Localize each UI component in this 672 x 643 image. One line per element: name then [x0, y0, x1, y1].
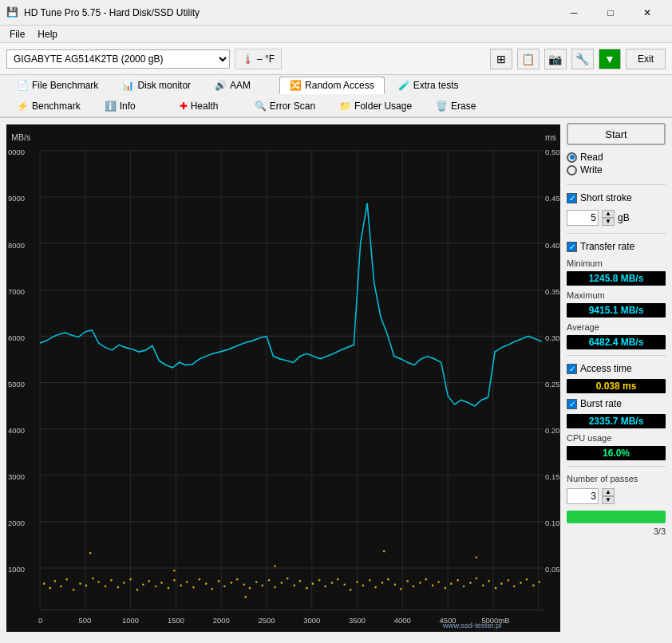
spinner-down-button[interactable]: ▼	[602, 218, 615, 226]
passes-down-button[interactable]: ▼	[602, 496, 615, 504]
svg-point-58	[49, 587, 51, 590]
svg-point-95	[281, 582, 283, 584]
access-time-row: ✓ Access time	[567, 363, 666, 374]
tab-extra-tests[interactable]: 🧪 Extra tests	[388, 77, 469, 94]
svg-point-125	[469, 582, 472, 584]
tab-error-scan[interactable]: 🔍 Error Scan	[244, 97, 326, 115]
svg-point-91	[255, 581, 258, 583]
short-stroke-checkbox[interactable]: ✓	[567, 193, 577, 203]
svg-point-116	[413, 586, 415, 588]
access-time-label: Access time	[580, 363, 632, 374]
svg-point-108	[362, 585, 365, 587]
svg-point-76	[160, 582, 163, 584]
passes-input[interactable]	[567, 488, 599, 504]
passes-up-button[interactable]: ▲	[602, 488, 615, 496]
toolbar-btn-1[interactable]: ⊞	[490, 49, 512, 69]
spinner-up-button[interactable]: ▲	[602, 210, 615, 218]
read-label: Read	[580, 152, 603, 163]
svg-point-135	[532, 585, 535, 587]
svg-point-85	[218, 580, 220, 582]
svg-point-80	[186, 581, 188, 583]
tab-disk-monitor[interactable]: 📊 Disk monitor	[112, 77, 201, 94]
passes-spinner-row: ▲ ▼	[567, 488, 666, 504]
health-icon: ✚	[180, 101, 188, 112]
svg-point-142	[476, 556, 478, 558]
svg-point-66	[97, 581, 100, 583]
svg-text:0.10: 0.10	[545, 519, 559, 527]
access-time-checkbox[interactable]: ✓	[567, 364, 577, 374]
menu-file[interactable]: File	[3, 27, 31, 41]
short-stroke-label: Short stroke	[580, 192, 632, 203]
minimum-value: 1245.8 MB/s	[567, 271, 666, 286]
svg-text:0.20: 0.20	[545, 426, 559, 435]
svg-point-101	[318, 579, 321, 582]
svg-point-60	[60, 586, 62, 588]
svg-point-67	[105, 586, 107, 588]
title-bar-controls: ─ □ ✕	[555, 0, 666, 26]
write-radio-button[interactable]	[567, 165, 577, 176]
svg-point-99	[306, 587, 308, 590]
toolbar-btn-3[interactable]: 📷	[544, 49, 567, 69]
menu-help[interactable]: Help	[31, 27, 64, 41]
start-button[interactable]: Start	[567, 123, 666, 145]
extra-tests-icon: 🧪	[398, 80, 410, 91]
transfer-rate-checkbox[interactable]: ✓	[567, 242, 577, 252]
minimize-button[interactable]: ─	[555, 0, 592, 26]
write-radio-row[interactable]: Write	[567, 164, 666, 176]
svg-text:1500: 1500	[168, 616, 184, 625]
temperature-display: 🌡️ – °F	[235, 49, 282, 69]
tab-random-access[interactable]: 🔀 Random Access	[279, 77, 385, 94]
read-radio-row[interactable]: Read	[567, 152, 666, 163]
close-button[interactable]: ✕	[629, 0, 666, 26]
exit-button[interactable]: Exit	[626, 49, 666, 69]
title-bar: 💾 HD Tune Pro 5.75 - Hard Disk/SSD Utili…	[0, 0, 672, 26]
tab-file-benchmark[interactable]: 📄 File Benchmark	[6, 77, 109, 94]
svg-text:2500: 2500	[258, 616, 275, 625]
svg-point-141	[383, 550, 385, 553]
svg-point-82	[199, 578, 201, 581]
nav-tabs: 📄 File Benchmark 📊 Disk monitor 🔊 AAM 🔀 …	[0, 75, 672, 118]
svg-text:3000: 3000	[8, 472, 25, 481]
svg-point-107	[356, 581, 358, 583]
svg-text:0.05: 0.05	[545, 565, 559, 574]
svg-point-83	[205, 582, 208, 585]
svg-point-84	[211, 588, 213, 590]
svg-point-118	[425, 578, 427, 581]
svg-text:0.35: 0.35	[545, 287, 559, 296]
toolbar-btn-5[interactable]: ▼	[599, 49, 621, 69]
svg-point-87	[231, 582, 233, 584]
short-stroke-input[interactable]	[567, 210, 599, 226]
read-radio-button[interactable]	[567, 152, 577, 163]
maximize-button[interactable]: □	[592, 0, 629, 26]
svg-text:9000: 9000	[8, 194, 25, 203]
tab-info[interactable]: ℹ️ Info	[94, 97, 166, 115]
toolbar-btn-2[interactable]: 📋	[517, 49, 540, 69]
tab-benchmark[interactable]: ⚡ Benchmark	[6, 97, 91, 115]
toolbar-btn-4[interactable]: 🔧	[571, 49, 594, 69]
svg-text:6000: 6000	[8, 333, 25, 342]
svg-point-96	[287, 578, 289, 580]
svg-point-79	[180, 585, 182, 587]
access-time-value: 0.038 ms	[567, 379, 666, 393]
average-label: Average	[567, 322, 666, 332]
svg-text:3500: 3500	[349, 616, 366, 625]
cpu-usage-label: CPU usage	[567, 433, 666, 443]
svg-text:0.50: 0.50	[545, 148, 559, 156]
nav-row-2: ⚡ Benchmark ℹ️ Info ✚ Health 🔍 Error Sca…	[0, 96, 672, 116]
svg-point-89	[243, 583, 245, 586]
svg-point-64	[85, 585, 88, 587]
right-panel: Start Read Write ✓ Short stroke ▲ ▼ gB	[560, 118, 672, 638]
svg-point-114	[400, 588, 402, 590]
svg-text:MB/s: MB/s	[11, 132, 30, 142]
tab-health[interactable]: ✚ Health	[169, 97, 241, 115]
tab-folder-usage[interactable]: 📁 Folder Usage	[329, 97, 422, 115]
chart-svg: MB/s 0000 9000 8000 7000 6000 5000 4000 …	[6, 124, 560, 632]
svg-point-132	[513, 586, 516, 588]
tab-aam[interactable]: 🔊 AAM	[204, 77, 276, 94]
burst-rate-checkbox[interactable]: ✓	[567, 399, 577, 409]
svg-point-111	[381, 582, 384, 584]
tab-erase[interactable]: 🗑️ Erase	[425, 97, 497, 115]
svg-point-106	[350, 589, 352, 591]
svg-point-62	[73, 589, 75, 591]
drive-selector[interactable]: GIGABYTE AG514K2TB (2000 gB)	[6, 49, 230, 69]
